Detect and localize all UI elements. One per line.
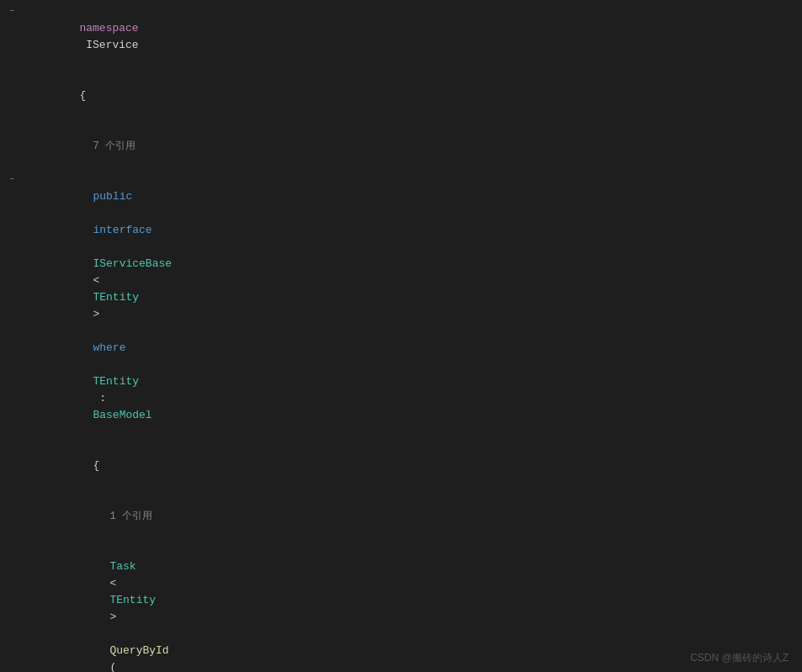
gutter-1[interactable]: −: [0, 3, 24, 20]
watermark: CSDN @搬砖的诗人Z: [690, 651, 789, 665]
line-1: − namespace IService: [0, 3, 802, 71]
ref-count-1a: 1 个引用: [109, 511, 151, 522]
angle-close: >: [93, 308, 99, 320]
p1: <: [109, 577, 116, 590]
line-content-4: public interface IServiceBase < TEntity …: [24, 172, 802, 441]
gutter-4[interactable]: −: [0, 172, 24, 188]
method-querybyid: QueryById: [109, 644, 168, 657]
code-area: − namespace IService { 7 个引用 −: [0, 0, 802, 672]
collapse-icon-4[interactable]: −: [9, 172, 14, 188]
line-content-5: {: [24, 441, 802, 491]
code-container: − namespace IService { 7 个引用 −: [0, 0, 802, 672]
type-basemodel: BaseModel: [93, 409, 151, 421]
line-4: − public interface IServiceBase < TEntit…: [0, 172, 802, 441]
type-te1: TEntity: [109, 594, 156, 606]
line-6: 1 个引用: [0, 491, 802, 542]
sp1: [109, 627, 116, 640]
angle-open: <: [93, 274, 99, 287]
line-content-7: Task < TEntity > QueryById ( object objI…: [24, 542, 802, 672]
iface-name: IServiceBase: [93, 257, 172, 270]
kw-where: where: [93, 341, 125, 354]
kw-namespace: namespace: [79, 22, 138, 34]
collapse-icon-1[interactable]: −: [9, 3, 14, 20]
colon: :: [93, 392, 112, 405]
p2: >: [109, 611, 116, 623]
line-content-1: namespace IService: [24, 3, 802, 71]
line-3: 7 个引用: [0, 121, 802, 172]
line-content-2: {: [24, 71, 802, 121]
space3: [93, 325, 99, 337]
type-task1: Task: [109, 560, 135, 573]
open-brace-1: {: [79, 89, 86, 102]
line-7: Task < TEntity > QueryById ( object objI…: [0, 542, 802, 672]
p3: (: [109, 661, 116, 672]
open-brace-2: {: [93, 459, 99, 472]
line-2: {: [0, 71, 802, 121]
line-content-3: 7 个引用: [24, 121, 802, 172]
line-content-6: 1 个引用: [24, 491, 802, 542]
namespace-name: IService: [79, 39, 138, 51]
space2: [93, 241, 99, 253]
type-tentity2: TEntity: [93, 375, 139, 388]
type-tentity: TEntity: [93, 291, 139, 304]
kw-interface: interface: [93, 224, 151, 236]
space1: [93, 207, 99, 220]
line-5: {: [0, 441, 802, 491]
kw-public: public: [93, 190, 132, 203]
space4: [93, 358, 99, 371]
ref-count-7: 7 个引用: [93, 140, 135, 152]
